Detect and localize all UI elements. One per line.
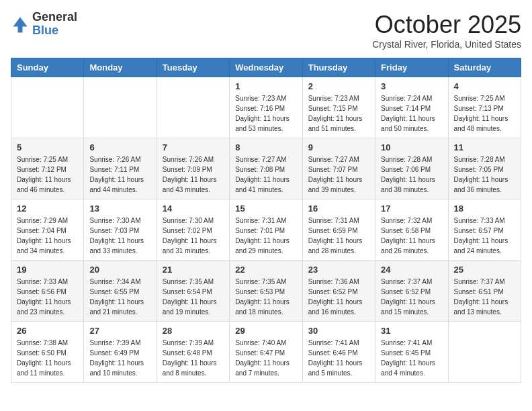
calendar-cell: 29Sunrise: 7:40 AM Sunset: 6:47 PM Dayli… [230,322,302,383]
calendar-cell: 26Sunrise: 7:38 AM Sunset: 6:50 PM Dayli… [11,322,84,383]
day-info: Sunrise: 7:26 AM Sunset: 7:09 PM Dayligh… [163,154,224,195]
day-info: Sunrise: 7:26 AM Sunset: 7:11 PM Dayligh… [89,154,150,195]
logo: General Blue [11,11,77,38]
header: General Blue October 2025 Crystal River,… [11,11,521,50]
calendar-cell: 12Sunrise: 7:29 AM Sunset: 7:04 PM Dayli… [11,199,84,261]
day-info: Sunrise: 7:37 AM Sunset: 6:52 PM Dayligh… [381,277,442,317]
day-info: Sunrise: 7:28 AM Sunset: 7:06 PM Dayligh… [381,154,442,195]
calendar-cell: 2Sunrise: 7:23 AM Sunset: 7:15 PM Daylig… [302,77,375,138]
calendar-cell: 25Sunrise: 7:37 AM Sunset: 6:51 PM Dayli… [448,261,521,322]
day-number: 25 [454,265,515,275]
day-info: Sunrise: 7:29 AM Sunset: 7:04 PM Dayligh… [17,216,78,256]
day-number: 18 [454,203,515,214]
day-number: 6 [89,142,150,152]
week-row-5: 26Sunrise: 7:38 AM Sunset: 6:50 PM Dayli… [11,322,521,383]
calendar-cell: 28Sunrise: 7:39 AM Sunset: 6:48 PM Dayli… [157,322,229,383]
month-title: October 2025 [372,11,521,39]
day-info: Sunrise: 7:28 AM Sunset: 7:05 PM Dayligh… [454,154,515,195]
calendar-cell [11,77,84,138]
calendar-cell: 15Sunrise: 7:31 AM Sunset: 7:01 PM Dayli… [230,199,302,261]
day-number: 15 [235,203,296,214]
calendar-cell: 13Sunrise: 7:30 AM Sunset: 7:03 PM Dayli… [84,199,157,261]
day-info: Sunrise: 7:41 AM Sunset: 6:46 PM Dayligh… [308,338,369,378]
calendar-cell: 3Sunrise: 7:24 AM Sunset: 7:14 PM Daylig… [375,77,448,138]
calendar-cell [157,77,229,138]
calendar-cell: 1Sunrise: 7:23 AM Sunset: 7:16 PM Daylig… [230,77,302,138]
week-row-4: 19Sunrise: 7:33 AM Sunset: 6:56 PM Dayli… [11,261,521,322]
day-number: 8 [235,142,296,152]
weekday-header-wednesday: Wednesday [230,58,302,77]
day-number: 21 [163,265,224,275]
day-info: Sunrise: 7:33 AM Sunset: 6:57 PM Dayligh… [454,216,515,256]
calendar: SundayMondayTuesdayWednesdayThursdayFrid… [11,58,521,383]
day-info: Sunrise: 7:32 AM Sunset: 6:58 PM Dayligh… [381,216,442,256]
week-row-3: 12Sunrise: 7:29 AM Sunset: 7:04 PM Dayli… [11,199,521,261]
logo-general-text: General [32,10,77,24]
day-info: Sunrise: 7:23 AM Sunset: 7:16 PM Dayligh… [235,93,296,134]
calendar-cell: 20Sunrise: 7:34 AM Sunset: 6:55 PM Dayli… [84,261,157,322]
day-info: Sunrise: 7:37 AM Sunset: 6:51 PM Dayligh… [454,277,515,317]
day-number: 5 [17,142,78,152]
day-number: 4 [454,81,515,91]
day-number: 19 [17,265,78,275]
calendar-cell [84,77,157,138]
svg-marker-0 [13,17,28,32]
day-number: 13 [89,203,150,214]
day-info: Sunrise: 7:41 AM Sunset: 6:45 PM Dayligh… [381,338,442,378]
day-number: 24 [381,265,442,275]
calendar-cell: 24Sunrise: 7:37 AM Sunset: 6:52 PM Dayli… [375,261,448,322]
day-info: Sunrise: 7:31 AM Sunset: 7:01 PM Dayligh… [235,216,296,256]
weekday-header-monday: Monday [84,58,157,77]
day-info: Sunrise: 7:24 AM Sunset: 7:14 PM Dayligh… [381,93,442,134]
calendar-cell: 27Sunrise: 7:39 AM Sunset: 6:49 PM Dayli… [84,322,157,383]
day-info: Sunrise: 7:39 AM Sunset: 6:49 PM Dayligh… [89,338,150,378]
day-info: Sunrise: 7:40 AM Sunset: 6:47 PM Dayligh… [235,338,296,378]
day-number: 14 [163,203,224,214]
day-number: 20 [89,265,150,275]
weekday-header-saturday: Saturday [448,58,521,77]
calendar-cell: 23Sunrise: 7:36 AM Sunset: 6:52 PM Dayli… [302,261,375,322]
day-number: 26 [17,326,78,336]
day-info: Sunrise: 7:35 AM Sunset: 6:54 PM Dayligh… [163,277,224,317]
day-info: Sunrise: 7:30 AM Sunset: 7:02 PM Dayligh… [163,216,224,256]
calendar-cell: 19Sunrise: 7:33 AM Sunset: 6:56 PM Dayli… [11,261,84,322]
calendar-cell: 31Sunrise: 7:41 AM Sunset: 6:45 PM Dayli… [375,322,448,383]
weekday-header-sunday: Sunday [11,58,84,77]
day-info: Sunrise: 7:30 AM Sunset: 7:03 PM Dayligh… [89,216,150,256]
day-number: 23 [308,265,369,275]
logo-icon [11,15,30,34]
day-number: 17 [381,203,442,214]
day-number: 2 [308,81,369,91]
day-info: Sunrise: 7:38 AM Sunset: 6:50 PM Dayligh… [17,338,78,378]
day-info: Sunrise: 7:34 AM Sunset: 6:55 PM Dayligh… [89,277,150,317]
weekday-header-friday: Friday [375,58,448,77]
calendar-cell [448,322,521,383]
calendar-cell: 6Sunrise: 7:26 AM Sunset: 7:11 PM Daylig… [84,138,157,199]
day-number: 12 [17,203,78,214]
calendar-cell: 7Sunrise: 7:26 AM Sunset: 7:09 PM Daylig… [157,138,229,199]
weekday-header-thursday: Thursday [302,58,375,77]
calendar-cell: 11Sunrise: 7:28 AM Sunset: 7:05 PM Dayli… [448,138,521,199]
day-info: Sunrise: 7:33 AM Sunset: 6:56 PM Dayligh… [17,277,78,317]
day-number: 31 [381,326,442,336]
day-number: 3 [381,81,442,91]
day-info: Sunrise: 7:27 AM Sunset: 7:08 PM Dayligh… [235,154,296,195]
day-info: Sunrise: 7:27 AM Sunset: 7:07 PM Dayligh… [308,154,369,195]
week-row-1: 1Sunrise: 7:23 AM Sunset: 7:16 PM Daylig… [11,77,521,138]
calendar-cell: 16Sunrise: 7:31 AM Sunset: 6:59 PM Dayli… [302,199,375,261]
day-number: 27 [89,326,150,336]
day-info: Sunrise: 7:25 AM Sunset: 7:13 PM Dayligh… [454,93,515,134]
week-row-2: 5Sunrise: 7:25 AM Sunset: 7:12 PM Daylig… [11,138,521,199]
calendar-cell: 10Sunrise: 7:28 AM Sunset: 7:06 PM Dayli… [375,138,448,199]
day-number: 30 [308,326,369,336]
calendar-cell: 5Sunrise: 7:25 AM Sunset: 7:12 PM Daylig… [11,138,84,199]
calendar-cell: 8Sunrise: 7:27 AM Sunset: 7:08 PM Daylig… [230,138,302,199]
title-area: October 2025 Crystal River, Florida, Uni… [372,11,521,50]
calendar-cell: 17Sunrise: 7:32 AM Sunset: 6:58 PM Dayli… [375,199,448,261]
day-number: 22 [235,265,296,275]
day-info: Sunrise: 7:39 AM Sunset: 6:48 PM Dayligh… [163,338,224,378]
day-number: 10 [381,142,442,152]
calendar-cell: 14Sunrise: 7:30 AM Sunset: 7:02 PM Dayli… [157,199,229,261]
location-title: Crystal River, Florida, United States [372,39,521,50]
day-info: Sunrise: 7:35 AM Sunset: 6:53 PM Dayligh… [235,277,296,317]
